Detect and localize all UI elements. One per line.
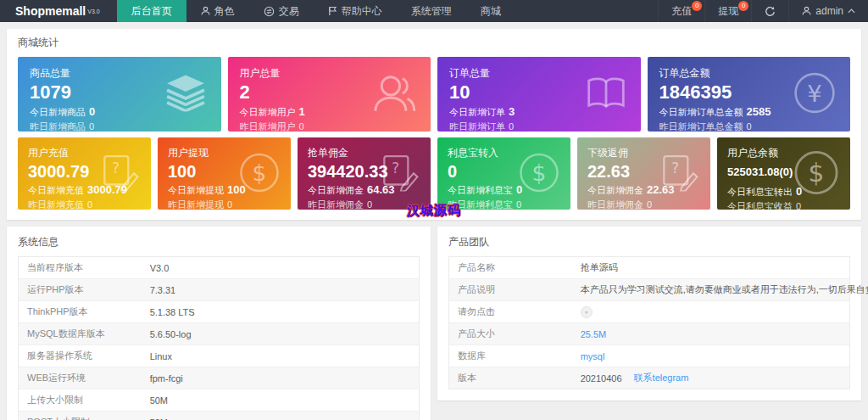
product-size-link[interactable]: 25.5M [581, 329, 607, 339]
doc-question-icon: ? [100, 154, 141, 193]
nav-item-label: 后台首页 [131, 4, 172, 19]
stat-card-user-withdraw: 用户提现 100 今日新增提现100 昨日新增提现0 $ [158, 137, 291, 210]
navbar-right: 充值 0 提现 0 admin [658, 0, 868, 22]
person-icon [201, 6, 210, 16]
nav-item-label: 角色 [214, 4, 235, 19]
stats-row-2: 用户充值 3000.79 今日新增充值3000.79 昨日新增充值0 ? 用户提… [18, 137, 850, 210]
table-row: 运行PHP版本7.3.31 [19, 279, 419, 301]
table-row: 当前程序版本V3.0 [19, 257, 419, 279]
chevron-up-icon [848, 8, 855, 14]
table-row: WEB运行环境fpm-fcgi [19, 367, 419, 389]
stat-card-interest-transfer-in: 利息宝转入 0 今日新增利息宝0 昨日新增利息宝0 $ [437, 137, 570, 210]
recharge-label: 充值 [671, 4, 692, 19]
app-version: V3.0 [87, 8, 99, 14]
flag-icon [328, 6, 337, 16]
table-row: 服务器操作系统Linux [19, 345, 419, 367]
svg-text:¥: ¥ [807, 81, 821, 107]
exchange-icon [264, 6, 275, 17]
nav-item-mall[interactable]: 商城 [466, 0, 515, 22]
stat-card-goods-total: 商品总量 1079 今日新增商品0 昨日新增商品0 [18, 57, 221, 132]
system-info-panel: 系统信息 当前程序版本V3.0 运行PHP版本7.3.31 ThinkPHP版本… [7, 227, 431, 420]
app-logo-text: Shopmemall [15, 4, 86, 18]
bottom-panels: 系统信息 当前程序版本V3.0 运行PHP版本7.3.31 ThinkPHP版本… [7, 227, 861, 420]
table-row: 数据库mysql [449, 345, 849, 367]
svg-text:?: ? [392, 160, 399, 176]
nav-item-label: 帮助中心 [342, 4, 382, 19]
withdraw-badge: 0 [738, 1, 748, 11]
do-not-click-icon[interactable]: ● [581, 306, 593, 318]
withdraw-button[interactable]: 提现 0 [704, 0, 751, 22]
nav-item-dashboard[interactable]: 后台首页 [117, 0, 186, 22]
stats-row-1: 商品总量 1079 今日新增商品0 昨日新增商品0 用户总量 2 今日新增用户1… [18, 57, 850, 132]
stat-card-yesterday-line: 昨日新增充值0 [28, 199, 141, 210]
stat-card-orders-total: 订单总量 10 今日新增订单3 昨日新增订单0 [437, 57, 641, 132]
nav-item-label: 交易 [279, 4, 299, 19]
table-row: 产品说明本产品只为学习测试交流,请勿要做商业或者用于违法行为,一切后果自负 [449, 279, 849, 301]
svg-text:$: $ [809, 159, 825, 188]
book-icon [585, 76, 627, 114]
stat-card-subordinate-rebate: 下级返佣 22.63 今日新增佣金22.63 昨日新增佣金0 ? [577, 137, 710, 210]
username-label: admin [815, 5, 843, 17]
section-title-system-info: 系统信息 [18, 235, 420, 249]
stat-card-yesterday-line: 昨日新增利息宝0 [448, 199, 560, 210]
stat-card-yesterday-line: 今日利息宝收益0 [727, 200, 840, 210]
section-title-mall-statistics: 商城统计 [18, 36, 850, 50]
svg-text:$: $ [532, 160, 547, 186]
top-navbar: Shopmemall V3.0 后台首页 角色 交易 帮助中心 系统管理 商城 … [0, 0, 868, 22]
table-row: MySQL数据库版本5.6.50-log [19, 323, 419, 345]
stat-card-users-total: 用户总量 2 今日新增用户1 昨日新增用户0 [228, 57, 431, 132]
doc-question-icon: ? [380, 154, 420, 193]
database-link[interactable]: mysql [581, 351, 605, 361]
svg-text:?: ? [671, 160, 679, 176]
stat-card-yesterday-line: 昨日新增提现0 [168, 199, 281, 210]
withdraw-label: 提现 [718, 4, 738, 19]
dollar-icon: $ [238, 151, 281, 196]
refresh-icon [765, 6, 776, 17]
table-row: 请勿点击● [449, 301, 849, 323]
refresh-button[interactable] [751, 0, 788, 22]
user-icon [802, 6, 811, 16]
yen-icon: ¥ [793, 71, 837, 118]
stat-card-yesterday-line: 昨日新增订单0 [449, 120, 629, 132]
svg-text:$: $ [253, 160, 267, 186]
table-row: POST大小限制50M [19, 412, 419, 420]
stat-card-yesterday-line: 昨日新增佣金0 [587, 199, 700, 210]
nav-item-help-center[interactable]: 帮助中心 [314, 0, 397, 22]
dollar-icon: $ [793, 148, 840, 199]
table-row: 产品名称抢单源码 [449, 257, 849, 279]
dollar-icon: $ [518, 151, 560, 196]
product-team-table: 产品名称抢单源码 产品说明本产品只为学习测试交流,请勿要做商业或者用于违法行为,… [448, 256, 850, 389]
layers-icon [164, 75, 208, 115]
stat-card-order-amount-total: 订单总金额 1846395 今日新增订单总金额2585 昨日新增订单总金额0 ¥ [648, 57, 851, 132]
doc-question-icon: ? [659, 154, 700, 193]
stat-card-user-recharge: 用户充值 3000.79 今日新增充值3000.79 昨日新增充值0 ? [18, 137, 151, 210]
stat-card-yesterday-line: 昨日新增佣金0 [308, 199, 420, 210]
table-row: 产品大小25.5M [449, 323, 849, 345]
section-title-product-team: 产品团队 [448, 235, 850, 249]
stat-card-order-commission: 抢单佣金 394420.33 今日新增佣金64.63 昨日新增佣金0 ? [298, 137, 431, 210]
table-row: 上传大小限制50M [19, 389, 419, 412]
telegram-contact-link[interactable]: 联系telegram [634, 372, 689, 384]
recharge-button[interactable]: 充值 0 [658, 0, 704, 22]
system-info-table: 当前程序版本V3.0 运行PHP版本7.3.31 ThinkPHP版本5.1.3… [18, 256, 420, 420]
nav-item-label: 商城 [481, 4, 501, 19]
mall-statistics-panel: 商城统计 商品总量 1079 今日新增商品0 昨日新增商品0 用户总量 2 今日… [7, 29, 861, 220]
nav-item-label: 系统管理 [411, 4, 452, 19]
nav-item-roles[interactable]: 角色 [186, 0, 249, 22]
table-row: ThinkPHP版本5.1.38 LTS [19, 301, 419, 323]
svg-text:?: ? [112, 160, 120, 176]
product-team-panel: 产品团队 产品名称抢单源码 产品说明本产品只为学习测试交流,请勿要做商业或者用于… [437, 227, 861, 400]
users-icon [371, 74, 417, 115]
stat-card-yesterday-line: 昨日新增商品0 [30, 120, 209, 132]
app-logo: Shopmemall V3.0 [0, 0, 117, 22]
version-value: 20210406 [581, 373, 622, 384]
nav-item-transactions[interactable]: 交易 [249, 0, 314, 22]
table-row: 版本20210406联系telegram [449, 367, 849, 389]
nav-item-system-management[interactable]: 系统管理 [397, 0, 466, 22]
stat-card-yesterday-line: 昨日新增用户0 [240, 120, 420, 132]
stat-card-yesterday-line: 昨日新增订单总金额0 [659, 120, 839, 132]
stat-card-user-total-balance: 用户总余额 525031.08(0) 今日利息宝转出0 今日利息宝收益0 $ [717, 137, 850, 210]
user-menu[interactable]: admin [788, 0, 868, 22]
recharge-badge: 0 [692, 1, 702, 11]
